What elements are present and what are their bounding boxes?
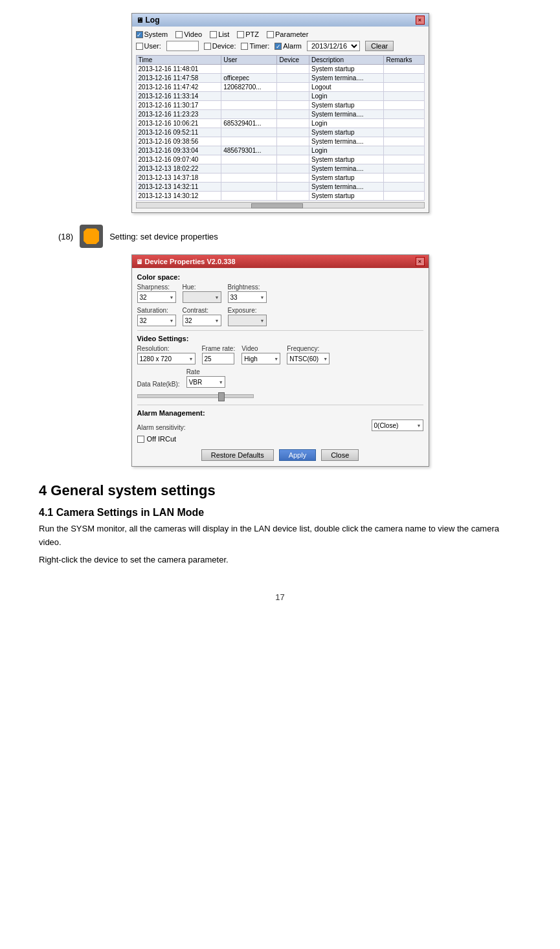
table-row: 2013-12-16 09:07:40System startup bbox=[136, 155, 424, 164]
framerate-input[interactable] bbox=[202, 353, 234, 364]
video-settings-label: Video Settings: bbox=[137, 335, 423, 342]
sharpness-label: Sharpness: bbox=[137, 284, 176, 291]
ircut-checkbox[interactable] bbox=[137, 436, 144, 443]
checkbox-video-label: Video bbox=[184, 30, 202, 38]
bitrate-slider-thumb[interactable] bbox=[218, 392, 225, 401]
contrast-select[interactable]: 32 bbox=[183, 315, 221, 326]
sharpness-select[interactable]: 32 bbox=[137, 291, 176, 303]
bitrate-slider-track[interactable] bbox=[137, 394, 254, 398]
user-input[interactable] bbox=[166, 41, 199, 51]
log-close-button[interactable]: × bbox=[416, 16, 425, 25]
log-scrollbar[interactable] bbox=[136, 202, 425, 208]
video-label: Video bbox=[241, 345, 280, 352]
rate-select[interactable]: VBR bbox=[186, 376, 225, 388]
device-properties-window: 🖥 Device Properties V2.0.338 × Color spa… bbox=[131, 254, 429, 467]
section4-heading: 4 General system settings bbox=[39, 482, 521, 499]
hue-label: Hue: bbox=[183, 284, 221, 291]
date-select[interactable]: 2013/12/16 bbox=[307, 41, 360, 51]
dev-button-row: Restore Defaults Apply Close bbox=[137, 449, 423, 461]
checkbox-user-label: User: bbox=[144, 42, 161, 50]
checkbox-device-box[interactable] bbox=[204, 43, 211, 50]
resolution-field: Resolution: 1280 x 720 bbox=[137, 345, 196, 364]
titlebar-left: 🖥 Log bbox=[136, 16, 160, 25]
checkbox-timer[interactable]: Timer: bbox=[241, 42, 269, 50]
checkbox-parameter[interactable]: Parameter bbox=[267, 30, 308, 38]
brightness-value: 33 bbox=[230, 294, 238, 301]
contrast-value: 32 bbox=[185, 317, 192, 324]
frequency-field: Frequency: NTSC(60) bbox=[287, 345, 330, 364]
resolution-label: Resolution: bbox=[137, 345, 196, 352]
checkbox-alarm[interactable]: ✓ Alarm bbox=[274, 42, 302, 50]
checkbox-list-box[interactable] bbox=[210, 31, 217, 38]
table-row: 2013-12-16 11:47:58officepecSystem termi… bbox=[136, 74, 424, 83]
alarm-sensitivity-row: Alarm sensitivity: 0(Close) bbox=[137, 419, 423, 431]
video-settings-row1: Resolution: 1280 x 720 Frame rate: Video… bbox=[137, 345, 423, 364]
exposure-field: Exposure: bbox=[228, 307, 267, 326]
checkbox-device[interactable]: Device: bbox=[204, 42, 236, 50]
sharpness-field: Sharpness: 32 bbox=[137, 284, 176, 303]
rate-value: VBR bbox=[189, 379, 203, 386]
table-row: 2013-12-16 11:30:17System startup bbox=[136, 101, 424, 110]
frequency-select[interactable]: NTSC(60) bbox=[287, 353, 330, 364]
checkbox-video[interactable]: Video bbox=[175, 30, 202, 38]
table-row: 2013-12-16 11:33:14Login bbox=[136, 92, 424, 101]
video-quality-select[interactable]: High bbox=[241, 353, 280, 364]
brightness-select[interactable]: 33 bbox=[228, 291, 267, 303]
log-table: Time User Device Description Remarks 201… bbox=[136, 55, 425, 201]
video-settings-row2: Data Rate(kB): Rate VBR bbox=[137, 368, 423, 388]
restore-defaults-button[interactable]: Restore Defaults bbox=[201, 449, 274, 461]
brightness-label: Brightness: bbox=[228, 284, 267, 291]
checkbox-parameter-box[interactable] bbox=[267, 31, 274, 38]
log-scrollbar-thumb[interactable] bbox=[251, 203, 303, 208]
log-checkboxes-row1: ✓ System Video List PTZ Parameter bbox=[136, 30, 425, 38]
contrast-label: Contrast: bbox=[183, 307, 221, 314]
divider1 bbox=[137, 330, 423, 331]
brightness-field: Brightness: 33 bbox=[228, 284, 267, 303]
checkbox-timer-box[interactable] bbox=[241, 43, 248, 50]
ircut-label: Off IRCut bbox=[147, 435, 177, 443]
dev-body: Color space: Sharpness: 32 Hue: Brightne… bbox=[132, 268, 429, 466]
alarm-sensitivity-select[interactable]: 0(Close) bbox=[372, 419, 423, 431]
log-title: Log bbox=[146, 16, 160, 25]
dev-close-button[interactable]: × bbox=[416, 257, 425, 266]
log-row2: User: Device: Timer: ✓ Alarm 2013/12/16 … bbox=[136, 41, 425, 51]
ircut-row: Off IRCut bbox=[137, 435, 423, 443]
checkbox-list[interactable]: List bbox=[210, 30, 229, 38]
video-quality-field: Video High bbox=[241, 345, 280, 364]
checkbox-video-box[interactable] bbox=[175, 31, 183, 38]
clear-button[interactable]: Clear bbox=[365, 41, 394, 51]
checkbox-parameter-label: Parameter bbox=[275, 30, 308, 38]
checkbox-ptz-box[interactable] bbox=[237, 31, 244, 38]
datarate-field: Data Rate(kB): bbox=[137, 381, 180, 388]
checkbox-ptz[interactable]: PTZ bbox=[237, 30, 259, 38]
saturation-select[interactable]: 32 bbox=[137, 315, 176, 326]
checkbox-alarm-label: Alarm bbox=[283, 42, 302, 50]
sharpness-hue-brightness-row: Sharpness: 32 Hue: Brightness: 33 bbox=[137, 284, 423, 303]
close-button2[interactable]: Close bbox=[321, 449, 359, 461]
checkbox-system-box[interactable]: ✓ bbox=[136, 31, 143, 38]
section18-description: Setting: set device properties bbox=[109, 232, 218, 241]
checkbox-user[interactable]: User: bbox=[136, 42, 161, 50]
video-quality-value: High bbox=[244, 355, 258, 363]
saturation-contrast-exposure-row: Saturation: 32 Contrast: 32 Exposure: bbox=[137, 307, 423, 326]
exposure-select[interactable] bbox=[228, 315, 267, 326]
table-row: 2013-12-16 09:38:56System termina.... bbox=[136, 137, 424, 146]
checkbox-alarm-box[interactable]: ✓ bbox=[274, 43, 282, 50]
hue-select[interactable] bbox=[183, 291, 221, 303]
resolution-select[interactable]: 1280 x 720 bbox=[137, 353, 196, 364]
sharpness-value: 32 bbox=[140, 294, 147, 301]
checkbox-user-box[interactable] bbox=[136, 43, 143, 50]
table-row: 2013-12-13 14:37:18System startup bbox=[136, 173, 424, 183]
alarm-sensitivity-field: Alarm sensitivity: bbox=[137, 424, 186, 431]
checkbox-list-label: List bbox=[218, 30, 229, 38]
exposure-label: Exposure: bbox=[228, 307, 267, 314]
datarate-label: Data Rate(kB): bbox=[137, 381, 180, 388]
saturation-value: 32 bbox=[140, 317, 147, 324]
table-row: 2013-12-16 11:23:23System termina.... bbox=[136, 110, 424, 119]
checkbox-timer-label: Timer: bbox=[249, 42, 269, 50]
dev-titlebar: 🖥 Device Properties V2.0.338 × bbox=[132, 255, 429, 268]
apply-button[interactable]: Apply bbox=[279, 449, 317, 461]
table-row: 2013-12-16 11:48:01System startup bbox=[136, 65, 424, 74]
checkbox-system[interactable]: ✓ System bbox=[136, 30, 168, 38]
log-window: 🖥 Log × ✓ System Video List PTZ bbox=[131, 13, 429, 213]
